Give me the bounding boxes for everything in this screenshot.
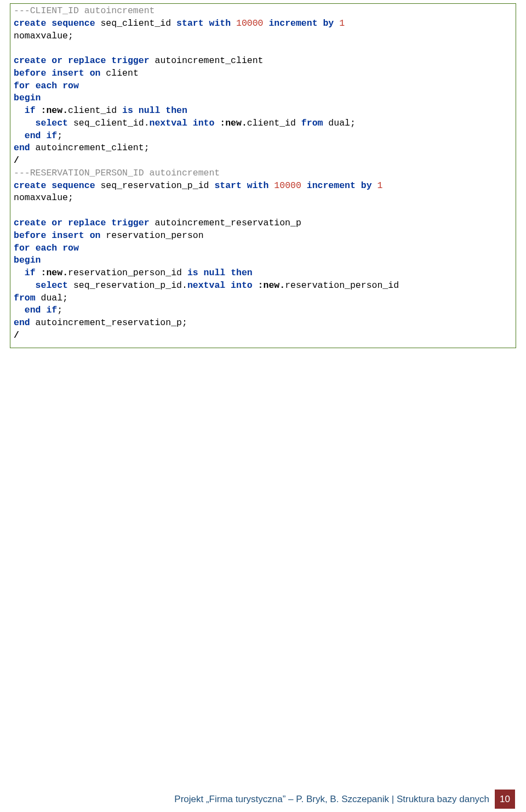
code-token: then xyxy=(231,268,253,278)
code-token: begin xyxy=(14,93,41,103)
code-token xyxy=(356,180,361,191)
code-token: if xyxy=(25,268,36,278)
footer-text: Projekt „Firma turystyczna” – P. Bryk, B… xyxy=(169,790,495,809)
code-token: start xyxy=(176,18,204,29)
code-token: for xyxy=(14,81,30,91)
code-token: each xyxy=(36,243,58,253)
code-token: by xyxy=(323,18,334,29)
code-token: then xyxy=(165,105,187,116)
code-token: replace xyxy=(68,55,106,66)
code-token xyxy=(268,180,274,191)
code-line: create or replace trigger autoincrement_… xyxy=(14,55,512,67)
code-token xyxy=(46,18,52,29)
code-token: reservation_person_id xyxy=(68,268,187,278)
code-token: before xyxy=(14,68,46,78)
code-token: seq_reservation_p_id. xyxy=(68,280,187,291)
code-token: trigger xyxy=(111,55,149,66)
code-token: :new. xyxy=(220,118,247,128)
code-token: insert xyxy=(52,230,84,241)
code-token xyxy=(57,243,62,253)
code-token: reservation_person xyxy=(100,230,203,241)
code-line: select seq_reservation_p_id.nextval into… xyxy=(14,280,512,292)
code-token: end xyxy=(25,305,41,315)
code-token: with xyxy=(209,18,231,29)
code-token xyxy=(318,18,323,29)
code-token xyxy=(46,180,52,191)
code-line xyxy=(14,42,512,55)
code-line: / xyxy=(14,155,512,167)
code-token: / xyxy=(14,155,19,166)
code-token: by xyxy=(361,180,372,191)
code-token xyxy=(133,105,139,116)
code-token: select xyxy=(36,118,68,128)
code-token: begin xyxy=(14,255,41,265)
code-token: autoincrement_reservation_p xyxy=(150,218,301,228)
code-line: before insert on reservation_person xyxy=(14,230,512,242)
code-token: dual; xyxy=(323,118,355,128)
code-token xyxy=(198,268,204,278)
code-token: ---CLIENT_ID autoincrement xyxy=(14,5,155,16)
code-token xyxy=(187,118,193,128)
code-line: from dual; xyxy=(14,292,512,305)
code-line: end autoincrement_reservation_p; xyxy=(14,317,512,330)
code-line: begin xyxy=(14,254,512,267)
code-token: ; xyxy=(57,305,62,315)
page-footer: Projekt „Firma turystyczna” – P. Bryk, B… xyxy=(0,790,526,809)
code-token xyxy=(214,118,220,128)
code-token: 10000 xyxy=(274,180,301,191)
code-token: on xyxy=(90,68,101,78)
code-line: if :new.reservation_person_id is null th… xyxy=(14,267,512,280)
code-line: select seq_client_id.nextval into :new.c… xyxy=(14,117,512,130)
code-token: if xyxy=(46,305,57,315)
code-token: select xyxy=(36,280,68,291)
code-token: null xyxy=(139,105,161,116)
code-token: client_id xyxy=(68,105,122,116)
code-token xyxy=(84,230,90,241)
code-token: ---RESERVATION_PERSON_ID autoincrement xyxy=(14,168,220,178)
code-token: trigger xyxy=(111,218,149,228)
code-token: :new. xyxy=(41,105,68,116)
code-token xyxy=(14,280,36,291)
code-token: insert xyxy=(52,68,84,78)
code-token xyxy=(36,105,41,116)
code-token: :new. xyxy=(258,280,285,291)
code-token: from xyxy=(301,118,323,128)
code-block: ---CLIENT_ID autoincrementcreate sequenc… xyxy=(10,3,516,348)
code-token xyxy=(57,81,62,91)
code-token: if xyxy=(46,130,57,141)
code-token xyxy=(204,18,209,29)
code-line: nomaxvalue; xyxy=(14,30,512,43)
code-token: nextval xyxy=(150,118,187,128)
code-token: end xyxy=(25,130,41,141)
code-token: 1 xyxy=(378,180,383,191)
code-line: begin xyxy=(14,92,512,105)
code-token: start xyxy=(214,180,242,191)
code-token xyxy=(301,180,307,191)
code-token xyxy=(225,280,231,291)
code-token: each xyxy=(36,81,58,91)
code-token xyxy=(106,218,111,228)
code-token xyxy=(14,105,25,116)
code-token: autoincrement_client xyxy=(150,55,264,66)
code-token: or xyxy=(52,218,62,228)
code-token xyxy=(334,18,339,29)
code-line: create sequence seq_client_id start with… xyxy=(14,18,512,30)
code-token xyxy=(14,118,36,128)
code-token: sequence xyxy=(52,180,95,191)
code-line: end autoincrement_client; xyxy=(14,142,512,155)
code-token: end xyxy=(14,143,30,153)
code-token xyxy=(372,180,378,191)
code-token: on xyxy=(90,230,101,241)
code-token: row xyxy=(62,243,79,253)
code-token: autoincrement_reservation_p; xyxy=(30,317,187,328)
code-token xyxy=(62,55,68,66)
code-token: into xyxy=(231,280,253,291)
code-line: for each row xyxy=(14,80,512,93)
code-token: :new. xyxy=(41,268,68,278)
code-token: increment xyxy=(268,18,317,29)
code-token: create xyxy=(14,55,46,66)
code-token: or xyxy=(52,55,62,66)
code-token xyxy=(264,18,269,29)
code-line: nomaxvalue; xyxy=(14,192,512,205)
code-line: create sequence seq_reservation_p_id sta… xyxy=(14,180,512,192)
